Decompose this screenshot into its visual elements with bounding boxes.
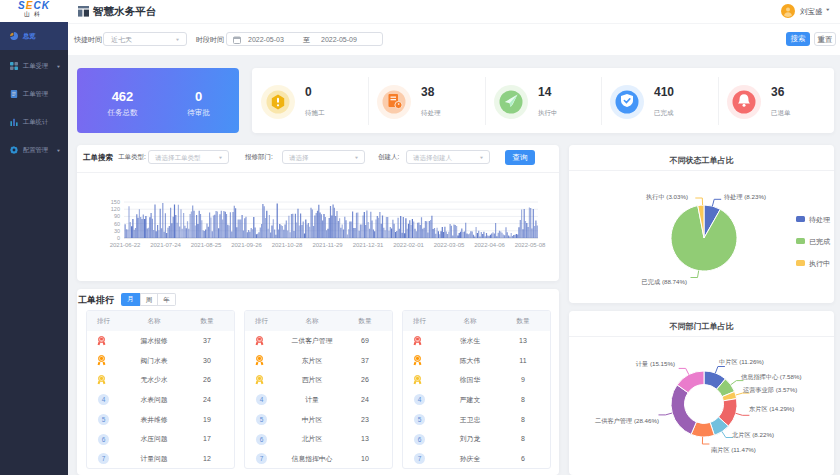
svg-text:2022-04-06: 2022-04-06 (474, 242, 505, 248)
svg-text:待处理: 待处理 (809, 216, 830, 224)
svg-text:0: 0 (117, 235, 120, 241)
svg-text:已完成: 已完成 (809, 238, 830, 246)
svg-text:运营事业部 (3.57%): 运营事业部 (3.57%) (743, 386, 797, 394)
svg-text:2022-03-05: 2022-03-05 (434, 242, 465, 248)
svg-text:已完成 (88.74%): 已完成 (88.74%) (642, 278, 687, 286)
svg-text:2021-12-31: 2021-12-31 (353, 242, 384, 248)
svg-text:2021-06-22: 2021-06-22 (110, 242, 141, 248)
svg-text:待处理 (8.23%): 待处理 (8.23%) (724, 193, 766, 201)
svg-text:90: 90 (114, 213, 120, 219)
svg-text:北片区 (8.22%): 北片区 (8.22%) (732, 431, 774, 439)
svg-text:60: 60 (114, 221, 120, 227)
svg-text:120: 120 (111, 206, 120, 212)
svg-text:30: 30 (114, 228, 120, 234)
svg-text:执行中: 执行中 (809, 260, 830, 268)
svg-text:2022-05-08: 2022-05-08 (515, 242, 546, 248)
svg-text:2021-07-24: 2021-07-24 (150, 242, 181, 248)
svg-text:计量 (15.15%): 计量 (15.15%) (636, 360, 675, 367)
svg-text:二供客户管理 (28.46%): 二供客户管理 (28.46%) (595, 417, 659, 425)
svg-text:2021-08-25: 2021-08-25 (191, 242, 222, 248)
svg-text:2021-10-28: 2021-10-28 (272, 242, 303, 248)
svg-text:2022-02-01: 2022-02-01 (393, 242, 424, 248)
svg-text:执行中 (3.03%): 执行中 (3.03%) (646, 193, 688, 201)
svg-text:南片区 (11.47%): 南片区 (11.47%) (711, 446, 756, 454)
svg-text:东片区 (14.29%): 东片区 (14.29%) (749, 405, 794, 413)
svg-text:2021-11-29: 2021-11-29 (312, 242, 343, 248)
svg-text:信息指挥中心 (7.58%): 信息指挥中心 (7.58%) (741, 373, 802, 381)
svg-text:150: 150 (111, 199, 120, 205)
svg-text:中片区 (11.26%): 中片区 (11.26%) (719, 358, 764, 366)
svg-text:2021-09-26: 2021-09-26 (231, 242, 262, 248)
